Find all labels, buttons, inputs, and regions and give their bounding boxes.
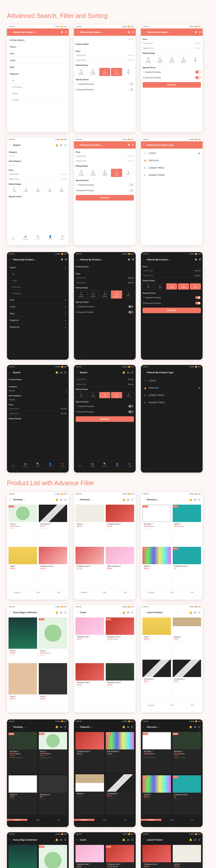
heart-icon[interactable]: ♡	[34, 619, 36, 621]
cart-icon[interactable]: 🛒	[64, 838, 67, 841]
product-card[interactable]: ♡ Legal 7 $25.00 ★★★★★	[142, 617, 171, 658]
subcat-a3[interactable]: A3 Papers	[9, 284, 67, 290]
tab-home[interactable]: ⌂Home	[7, 462, 19, 467]
fb-category[interactable]: Category	[141, 591, 162, 593]
product-card[interactable]: SALE ♡ A4 Paper 1 $19.20 $40.00 ★★★★★ 4 …	[172, 732, 201, 774]
product-card[interactable]: ♡ Uni-ball pen 3 $1.20 ★★★★★	[106, 774, 134, 815]
heart-icon[interactable]: ♡	[198, 619, 200, 621]
heart-icon[interactable]: ♡	[198, 661, 200, 663]
star-4[interactable]: ★4 stars& above	[111, 169, 122, 177]
category-field[interactable]: Not Set▾	[9, 154, 67, 158]
product-card[interactable]: ♡ Office Notebook 1 $28.00 ★★★★★	[106, 547, 134, 587]
nav-home-icon[interactable]: ○	[37, 129, 38, 132]
heart-icon[interactable]: ♡	[101, 548, 103, 550]
back-icon[interactable]: ←	[143, 258, 145, 261]
heart-icon[interactable]: ♡	[34, 733, 36, 736]
product-name-input[interactable]	[76, 269, 134, 271]
subcat-beauty[interactable]: Beauty	[9, 91, 67, 96]
bell-icon[interactable]: 🔔	[189, 498, 192, 501]
discount-toggle[interactable]	[195, 302, 200, 305]
product-card[interactable]: SALE ♡ Christmas Card 2 $17.00 $21.00 ★★…	[106, 845, 134, 868]
product-card[interactable]: ♡ Beauty 5 ★★★★★	[75, 774, 104, 815]
tab-category[interactable]: ▦Category	[19, 235, 32, 240]
heart-icon[interactable]: ♡	[101, 775, 103, 778]
product-card[interactable]: ♡ Fancy 5 $25.00 ★★★★★	[8, 845, 37, 868]
back-icon[interactable]: ←	[9, 31, 11, 33]
product-card[interactable]: SALE ♡ Fancy 2 $12.00 $20.00 ★★★★★	[8, 504, 37, 545]
tab-search[interactable]: 🔍Search	[32, 235, 44, 240]
cart-icon[interactable]: 🛒	[64, 498, 67, 501]
heart-icon[interactable]: ♡	[101, 664, 103, 666]
discount-toggle[interactable]	[128, 189, 134, 192]
fb-sort[interactable]: Sort	[182, 591, 202, 593]
bell-icon[interactable]: 🔔	[122, 725, 125, 728]
tab-home[interactable]: ⌂Home	[7, 235, 19, 240]
star-1[interactable]: ★1 star& above	[76, 68, 87, 76]
sub-category-field[interactable]: Not Set▾	[9, 163, 67, 167]
product-card[interactable]: ♡ Valentine Card 7 $2.00 ★★★★★	[75, 845, 104, 868]
tab-category[interactable]: ▦Category	[86, 462, 99, 467]
product-card[interactable]: SALE ♡ A3 Paper 2 $20.00 $50.00 ★★★★★	[142, 504, 171, 545]
cart-icon[interactable]: 🛒	[131, 371, 134, 374]
star-4[interactable]: ★4 stars	[178, 283, 189, 289]
fb-sort[interactable]: Sort	[115, 591, 136, 593]
back-icon[interactable]: ←	[143, 725, 145, 728]
product-card[interactable]: SALE ♡ JetPen 2 $30.00 $50.00 ★★★★★	[172, 504, 201, 545]
category-pens[interactable]: Pens▾	[9, 297, 67, 303]
book-icon[interactable]: ▭	[127, 371, 129, 374]
cart-icon[interactable]: 🛒	[198, 611, 201, 614]
subcat-a4[interactable]: A4 Papers	[9, 290, 67, 296]
heart-icon[interactable]: ♡	[101, 619, 103, 621]
heart-icon[interactable]: ♡	[131, 846, 133, 848]
lowest-price-field[interactable]: Lowest PriceNot Set	[76, 377, 134, 381]
product-card[interactable]: SALE ♡ Fancy 2 $12.00 $20.00 ★★★★★	[38, 617, 68, 661]
back-icon[interactable]: ←	[9, 144, 11, 146]
heart-icon[interactable]: ♡	[168, 733, 170, 736]
product-card[interactable]: SALE ♡ JetPen 4 $20.00 ★★★★★	[142, 547, 171, 587]
heart-icon[interactable]: ♡	[64, 619, 66, 621]
bell-icon[interactable]: 🔔	[55, 144, 58, 146]
reset-icon[interactable]: ↺	[132, 144, 134, 146]
sort-popular[interactable]: 🔥POPULAR	[143, 385, 201, 391]
product-card[interactable]: ♡ Uni-ball pen 3 $1.20 ★★★★★	[38, 504, 68, 545]
heart-icon[interactable]: ♡	[34, 548, 36, 550]
fb-filter[interactable]: Filter	[162, 591, 182, 593]
cart-icon[interactable]: 🛒	[198, 725, 201, 728]
star-2[interactable]: ★2 stars	[155, 283, 166, 289]
product-card[interactable]: ♡ Fancy 5 $25.00 ★★★★★	[75, 504, 104, 545]
back-icon[interactable]: ←	[76, 725, 78, 728]
sort-latest[interactable]: ⏱LATEST	[143, 150, 201, 157]
featured-toggle[interactable]	[128, 184, 134, 186]
star-5[interactable]: ★5 stars	[123, 392, 134, 398]
subcat-football[interactable]: Football	[9, 97, 67, 103]
product-card[interactable]: ♡ Legal 7 $25.00 ★★★★★	[8, 547, 37, 587]
star-3[interactable]: ★3 stars& above	[99, 290, 110, 299]
product-card[interactable]: ♡ Christmas Card 2 $12.00 ★★★★★	[38, 547, 68, 587]
star-1[interactable]: ★1 star	[9, 187, 20, 193]
back-icon[interactable]: ←	[76, 498, 78, 501]
featured-toggle[interactable]	[128, 83, 134, 85]
filter-icon[interactable]: ⚙	[195, 31, 197, 33]
cart-icon[interactable]: 🛒	[64, 725, 67, 728]
back-icon[interactable]: ←	[9, 371, 11, 374]
heart-icon[interactable]: ♡	[198, 733, 200, 736]
product-card[interactable]: SALE ♡ Fancy 2 $12.00 $20.00 ★★★★★ 3 rat…	[38, 732, 68, 774]
highest-price-field[interactable]: Highest PriceNot Set	[76, 281, 134, 285]
heart-icon[interactable]: ♡	[168, 776, 170, 779]
star-2[interactable]: ★2 stars	[21, 187, 32, 193]
tab-profile[interactable]: 👤Profile	[111, 462, 123, 467]
heart-icon[interactable]: ♡	[101, 846, 103, 848]
category-bags[interactable]: Bags▾	[9, 311, 67, 317]
star-3[interactable]: ★3 stars	[99, 392, 110, 398]
fb-sort[interactable]: Sort	[48, 819, 69, 821]
back-icon[interactable]: ←	[143, 838, 145, 841]
heart-icon[interactable]: ♡	[168, 506, 170, 508]
tab-setting[interactable]: ⚙Setting	[56, 235, 69, 240]
star-4[interactable]: ★4 stars	[44, 187, 55, 193]
book-icon[interactable]: ▭	[60, 371, 62, 374]
star-3[interactable]: ★3 stars& above	[166, 56, 178, 64]
fb-sort[interactable]: Sort	[182, 819, 202, 821]
book-icon[interactable]: ▭	[127, 838, 129, 841]
cart-icon[interactable]: 🛒	[131, 611, 134, 614]
lowest-price-field[interactable]: Lowest PriceNot Set	[76, 276, 134, 280]
